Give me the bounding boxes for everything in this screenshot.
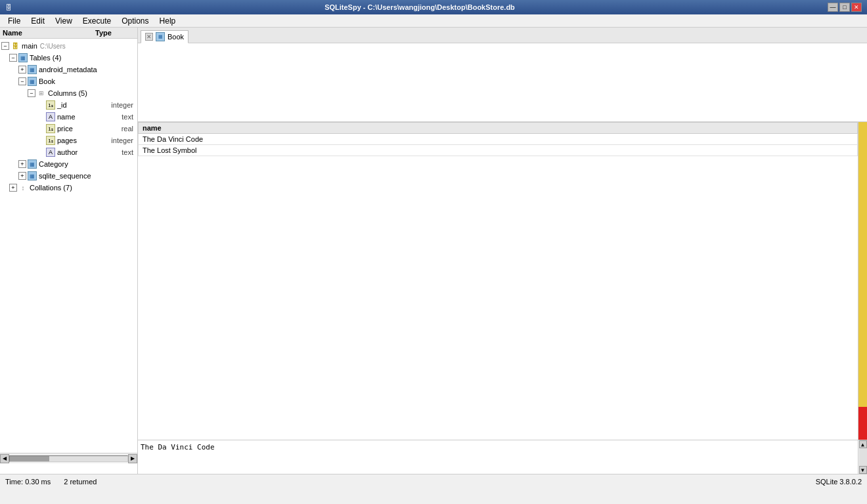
right-panel: ✕ ▦ Book name The Da Vinci CodeThe Lost bbox=[138, 28, 867, 474]
tab-book-icon: ▦ bbox=[156, 32, 165, 41]
window-controls: — □ ✕ bbox=[828, 3, 862, 12]
table-icon-sqlite-seq: ▦ bbox=[28, 171, 37, 180]
menu-edit[interactable]: Edit bbox=[26, 15, 50, 27]
menu-file[interactable]: File bbox=[3, 15, 26, 27]
table-row[interactable]: The Lost Symbol bbox=[139, 145, 858, 156]
tree-label-collations: Collations (7) bbox=[30, 184, 72, 192]
tree-col-author[interactable]: A author text bbox=[0, 146, 137, 158]
expand-tables[interactable]: − bbox=[9, 54, 17, 62]
expand-collations[interactable]: + bbox=[9, 184, 17, 192]
tables-icon: ▦ bbox=[18, 53, 28, 62]
tree-col-label-author: author bbox=[57, 148, 78, 156]
table-row[interactable]: The Da Vinci Code bbox=[139, 134, 858, 145]
panel-header: Name Type bbox=[0, 28, 137, 39]
tree-col-label-id: _id bbox=[57, 101, 67, 109]
window-title: SQLiteSpy - C:\Users\wangjiong\Desktop\B… bbox=[12, 3, 828, 11]
tree-label-tables: Tables (4) bbox=[30, 54, 61, 62]
tree-node-tables[interactable]: − ▦ Tables (4) bbox=[0, 52, 137, 64]
title-bar-icon: 🗄 bbox=[5, 4, 12, 11]
col-icon-price: 1₂ bbox=[46, 124, 55, 133]
expand-main[interactable]: − bbox=[1, 42, 9, 50]
vscroll-down[interactable]: ▼ bbox=[859, 466, 867, 474]
data-table: name The Da Vinci CodeThe Lost Symbol bbox=[138, 122, 858, 156]
tree-node-collations[interactable]: + ↕ Collations (7) bbox=[0, 182, 137, 194]
tree-node-sqlite-sequence[interactable]: + ▦ sqlite_sequence bbox=[0, 170, 137, 182]
tab-close-book[interactable]: ✕ bbox=[145, 33, 153, 41]
close-button[interactable]: ✕ bbox=[851, 3, 862, 12]
tree-node-columns[interactable]: − ⊞ Columns (5) bbox=[0, 87, 137, 99]
tree-node-android-metadata[interactable]: + ▦ android_metadata bbox=[0, 64, 137, 75]
status-bar: Time: 0.30 ms 2 returned SQLite 3.8.0.2 bbox=[0, 474, 867, 488]
status-returned: 2 returned bbox=[64, 478, 97, 486]
maximize-button[interactable]: □ bbox=[839, 3, 850, 12]
scroll-accent-yellow bbox=[858, 122, 867, 407]
hscroll-left[interactable]: ◀ bbox=[0, 454, 9, 463]
main-layout: Name Type − 🗄 main C:\Users − ▦ Tables (… bbox=[0, 28, 867, 474]
tree-node-category[interactable]: + ▦ Category bbox=[0, 158, 137, 170]
expand-columns[interactable]: − bbox=[28, 89, 35, 97]
tree-node-main[interactable]: − 🗄 main C:\Users bbox=[0, 40, 137, 52]
results-area: name The Da Vinci CodeThe Lost Symbol bbox=[138, 122, 858, 440]
expand-category[interactable]: + bbox=[18, 160, 26, 168]
tree-col-label-name: name bbox=[57, 113, 76, 121]
tree-col-type-pages: integer bbox=[111, 136, 136, 144]
expand-sqlite-sequence[interactable]: + bbox=[18, 172, 26, 180]
col-header-type: Type bbox=[95, 29, 135, 37]
right-scrollbar[interactable] bbox=[858, 122, 867, 440]
menu-view[interactable]: View bbox=[50, 15, 78, 27]
col-icon-author: A bbox=[46, 148, 55, 157]
tabs-bar: ✕ ▦ Book bbox=[138, 28, 867, 43]
left-panel-hscroll[interactable]: ◀ ▶ bbox=[0, 453, 137, 463]
menu-options[interactable]: Options bbox=[116, 15, 154, 27]
tree-path-main: C:\Users bbox=[40, 43, 66, 50]
tree-col-label-price: price bbox=[57, 125, 73, 133]
table-icon-book: ▦ bbox=[28, 77, 37, 86]
collations-icon: ↕ bbox=[18, 183, 28, 192]
results-container: name The Da Vinci CodeThe Lost Symbol bbox=[138, 122, 867, 440]
tab-book[interactable]: ✕ ▦ Book bbox=[141, 30, 189, 43]
tree-col-type-name: text bbox=[122, 113, 136, 121]
col-icon-name: A bbox=[46, 112, 55, 121]
tree-col-pages[interactable]: 1₂ pages integer bbox=[0, 135, 137, 146]
tree-label-category: Category bbox=[39, 160, 68, 168]
menu-help[interactable]: Help bbox=[154, 15, 181, 27]
tree-col-type-id: integer bbox=[111, 101, 136, 109]
db-icon: 🗄 bbox=[11, 41, 20, 51]
tree-col-name[interactable]: A name text bbox=[0, 111, 137, 123]
tree-node-book[interactable]: − ▦ Book bbox=[0, 75, 137, 87]
left-panel: Name Type − 🗄 main C:\Users − ▦ Tables (… bbox=[0, 28, 138, 474]
menu-bar: File Edit View Execute Options Help bbox=[0, 14, 867, 28]
tree-label-book: Book bbox=[39, 77, 55, 85]
bottom-right-scroll[interactable]: ▲ ▼ bbox=[858, 440, 867, 474]
status-time: Time: 0.30 ms bbox=[5, 478, 51, 486]
vscroll-up[interactable]: ▲ bbox=[859, 440, 867, 448]
expand-book[interactable]: − bbox=[18, 77, 26, 85]
hscroll-right[interactable]: ▶ bbox=[128, 454, 137, 463]
tree-col-type-price: real bbox=[122, 125, 136, 133]
tree-col-price[interactable]: 1₂ price real bbox=[0, 123, 137, 135]
vscroll-track-bottom[interactable] bbox=[859, 448, 867, 466]
table-cell: The Da Vinci Code bbox=[139, 134, 858, 145]
minimize-button[interactable]: — bbox=[828, 3, 838, 12]
tab-book-label: Book bbox=[167, 33, 184, 41]
tree-col-id[interactable]: 1₂ _id integer bbox=[0, 99, 137, 111]
query-area[interactable] bbox=[138, 43, 867, 122]
tree-label-main: main bbox=[22, 42, 37, 50]
tree-label-columns: Columns (5) bbox=[48, 89, 87, 97]
tree-col-type-author: text bbox=[122, 148, 136, 156]
hscroll-track[interactable] bbox=[9, 455, 128, 462]
hscroll-thumb bbox=[10, 456, 49, 461]
tree-container: − 🗄 main C:\Users − ▦ Tables (4) + ▦ and… bbox=[0, 39, 137, 195]
menu-execute[interactable]: Execute bbox=[78, 15, 116, 27]
tree-label-sqlite-sequence: sqlite_sequence bbox=[39, 172, 91, 180]
bottom-text-area: The Da Vinci Code ▲ ▼ bbox=[138, 440, 867, 474]
tree-col-label-pages: pages bbox=[57, 136, 77, 144]
col-icon-pages: 1₂ bbox=[46, 136, 55, 145]
title-bar: 🗄 SQLiteSpy - C:\Users\wangjiong\Desktop… bbox=[0, 0, 867, 14]
tree-label-android-metadata: android_metadata bbox=[39, 66, 97, 74]
col-header-name: Name bbox=[3, 29, 95, 37]
scroll-accent-red bbox=[858, 407, 867, 440]
expand-android-metadata[interactable]: + bbox=[18, 66, 26, 74]
table-cell: The Lost Symbol bbox=[139, 145, 858, 156]
columns-icon: ⊞ bbox=[37, 89, 46, 98]
